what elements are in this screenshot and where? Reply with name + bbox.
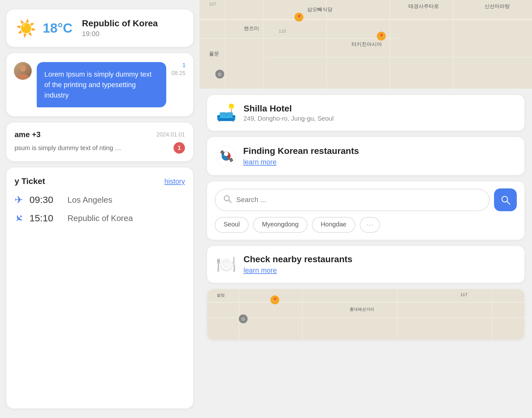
ticket-history-link[interactable]: history <box>164 177 185 186</box>
weather-temperature: 18°C <box>43 21 73 36</box>
nearby-restaurants-text: Check nearby restaurants learn more <box>244 254 352 275</box>
hotel-info: Shilla Hotel 249, Dongho-ro, Jung-gu, Se… <box>244 104 334 122</box>
chat-read-count: 1 <box>182 62 186 69</box>
flight-row-1: ✈ 09:30 Los Angeles <box>15 194 185 206</box>
message-header: ame +3 2024.01.01 <box>15 130 185 139</box>
unread-badge: 1 <box>174 142 185 154</box>
nearby-restaurants-title: Check nearby restaurants <box>244 254 352 264</box>
bottom-map-background: 설빙 117 홍대패션거리 📍 ⊙ <box>207 289 524 340</box>
flight-time-1: 09:30 <box>29 194 61 205</box>
korean-restaurants-card[interactable]: Finding Korean restaurants learn more <box>207 137 524 175</box>
hotel-icon: 🛋️ <box>216 103 237 123</box>
bottom-map-label-1: 설빙 <box>217 292 225 298</box>
ticket-card: y Ticket history ✈ 09:30 Los Angeles ✈ 1… <box>6 168 193 408</box>
search-tags-more[interactable]: ··· <box>360 217 380 233</box>
flight-row-2: ✈ 15:10 Republic of Korea <box>15 212 185 224</box>
map-label-1: 삼오빼식당 <box>307 6 332 13</box>
message-sender-name: ame +3 <box>15 130 41 139</box>
svg-line-9 <box>229 200 231 203</box>
right-panel: 삼오빼식당 렌즈미 터키친아시아 태경사주타로 신선마라탕 풀문 107 110… <box>200 0 532 418</box>
chat-card[interactable]: Lorem Ipsum is simply dummy text of the … <box>6 53 193 116</box>
map-label-3: 터키친아시아 <box>352 41 382 48</box>
hotel-card[interactable]: 🛋️ Shilla Hotel 249, Dongho-ro, Jung-gu,… <box>207 95 524 131</box>
search-input-wrap[interactable] <box>215 189 490 211</box>
chat-time: 08:25 <box>171 70 186 77</box>
search-tag-seoul[interactable]: Seoul <box>215 217 249 233</box>
bottom-map-label-3: 홍대패션거리 <box>350 307 374 312</box>
bottom-map-pin-1: 📍 <box>270 295 279 304</box>
search-row <box>215 188 517 211</box>
weather-card: ☀️ 18°C Republic of Korea 19:00 <box>6 10 193 47</box>
hotel-name: Shilla Hotel <box>244 104 334 114</box>
weather-time: 19:00 <box>82 30 158 38</box>
chat-bubble: Lorem Ipsum is simply dummy text of the … <box>37 62 166 107</box>
weather-icon: ☀️ <box>16 20 36 36</box>
right-cards-container: 🛋️ Shilla Hotel 249, Dongho-ro, Jung-gu,… <box>200 89 532 408</box>
svg-line-11 <box>507 201 510 204</box>
nearby-icon: 🍽️ <box>216 255 237 274</box>
korean-restaurants-title: Finding Korean restaurants <box>243 146 359 156</box>
bottom-map: 설빙 117 홍대패션거리 📍 ⊙ <box>207 289 524 340</box>
message-date: 2024.01.01 <box>156 131 185 138</box>
avatar-image <box>14 62 32 80</box>
weather-country: Republic of Korea <box>82 18 158 28</box>
bottom-map-label-2: 117 <box>460 292 467 297</box>
ticket-title: y Ticket <box>15 176 45 186</box>
weather-details: Republic of Korea 19:00 <box>82 18 158 38</box>
korean-flag-icon <box>216 146 236 166</box>
chat-meta: 1 08:25 <box>171 62 186 78</box>
hotel-address: 249, Dongho-ro, Jung-gu, Seoul <box>244 115 334 122</box>
bottom-map-pin-2: ⊙ <box>239 314 248 323</box>
korean-restaurants-learn-more[interactable]: learn more <box>243 158 359 166</box>
map-label-4: 태경사주타로 <box>408 3 439 10</box>
avatar <box>14 62 32 80</box>
korean-flag-svg <box>216 146 236 166</box>
map-label-6: 풀문 <box>209 51 219 57</box>
map-label-2: 렌즈미 <box>244 25 259 32</box>
korean-restaurants-text: Finding Korean restaurants learn more <box>243 146 359 166</box>
ticket-header: y Ticket history <box>15 176 185 186</box>
search-tag-hongdae[interactable]: Hongdae <box>312 217 355 233</box>
nearby-restaurants-learn-more[interactable]: learn more <box>244 266 352 275</box>
map-pin-orange-2: 📍 <box>377 32 386 41</box>
search-section: Seoul Myeongdong Hongdae ··· <box>207 181 524 240</box>
search-icon <box>223 194 232 206</box>
left-panel: ☀️ 18°C Republic of Korea 19:00 Lorem Ip… <box>0 0 200 418</box>
flight-icon-1: ✈ <box>15 194 23 206</box>
search-input[interactable] <box>236 196 481 204</box>
nearby-restaurants-card[interactable]: 🍽️ Check nearby restaurants learn more <box>207 246 524 283</box>
flight-destination-1: Los Angeles <box>67 195 112 205</box>
map-label-5: 신선마라탕 <box>484 3 510 10</box>
message-preview-text: psum is simply dummy text of nting and t… <box>15 144 122 152</box>
search-tag-myeongdong[interactable]: Myeongdong <box>253 217 307 233</box>
top-map: 삼오빼식당 렌즈미 터키친아시아 태경사주타로 신선마라탕 풀문 107 110… <box>200 0 532 89</box>
map-pin-orange-1: 📍 <box>294 13 303 22</box>
flight-icon-2: ✈ <box>12 211 26 225</box>
map-num-1: 107 <box>209 2 216 7</box>
map-num-2: 110 <box>279 28 286 34</box>
search-button[interactable] <box>494 188 517 211</box>
search-tags: Seoul Myeongdong Hongdae ··· <box>215 217 517 233</box>
flight-time-2: 15:10 <box>29 213 61 224</box>
chat-message-text: Lorem Ipsum is simply dummy text of the … <box>44 70 152 99</box>
weather-info: 18°C <box>43 21 73 36</box>
message-list-card[interactable]: ame +3 2024.01.01 psum is simply dummy t… <box>6 123 193 161</box>
map-pin-gray-1: ⊙ <box>215 70 224 79</box>
flight-destination-2: Republic of Korea <box>67 213 133 223</box>
map-background: 삼오빼식당 렌즈미 터키친아시아 태경사주타로 신선마라탕 풀문 107 110… <box>200 0 532 89</box>
search-button-icon <box>500 195 510 205</box>
message-content: psum is simply dummy text of nting and t… <box>15 142 185 154</box>
